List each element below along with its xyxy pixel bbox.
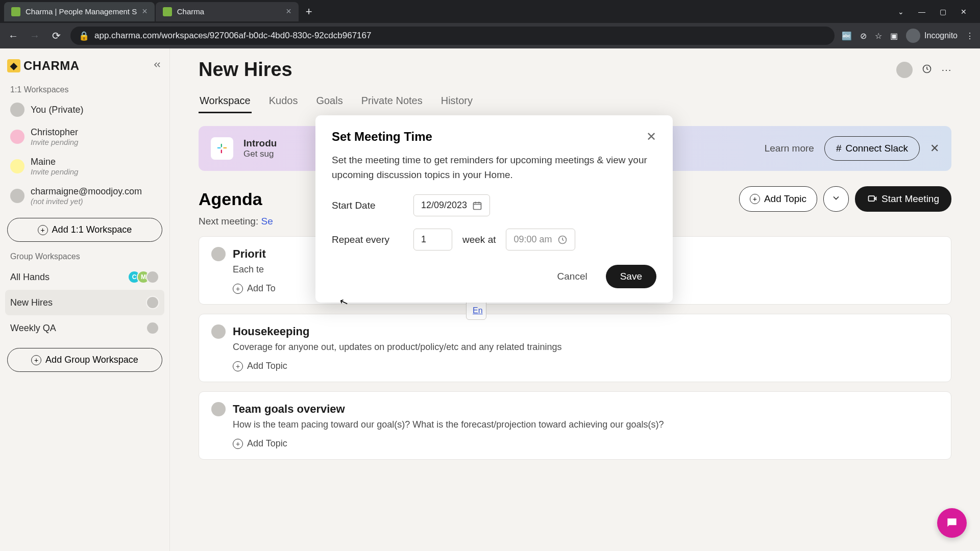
add-topic-inline[interactable]: + Add Topic xyxy=(233,361,939,371)
grp-name: New Hires xyxy=(10,297,53,308)
ws-sub: (not invited yet) xyxy=(31,197,142,206)
extensions-icon[interactable]: ⊘ xyxy=(860,31,867,41)
sidebar-group-new-hires[interactable]: New Hires xyxy=(5,290,164,315)
chat-icon xyxy=(945,516,959,530)
card-title: Priorit xyxy=(233,247,266,261)
add-topic-dropdown[interactable] xyxy=(823,186,849,212)
avatar xyxy=(10,159,24,173)
sidebar-item-maine[interactable]: Maine Invite pending xyxy=(5,152,164,181)
reload-button[interactable]: ⟳ xyxy=(49,29,63,43)
time-input[interactable]: 09:00 am xyxy=(506,229,575,251)
new-tab-button[interactable]: + xyxy=(300,5,318,18)
sidebar-item-charmaigne[interactable]: charmaigne@moodjoy.com (not invited yet) xyxy=(5,181,164,211)
tab-kudos[interactable]: Kudos xyxy=(268,90,299,113)
tab-workspace[interactable]: Workspace xyxy=(199,90,252,113)
connect-slack-button[interactable]: # Connect Slack xyxy=(824,136,920,161)
incognito-label: Incognito xyxy=(924,31,958,40)
start-date-input[interactable]: 12/09/2023 xyxy=(413,194,490,216)
group-avatars xyxy=(150,321,159,335)
plus-circle-icon: + xyxy=(38,225,48,235)
url-text: app.charma.com/workspaces/927006af-b0dc-… xyxy=(94,31,371,41)
panel-icon[interactable]: ▣ xyxy=(890,31,898,41)
time-value: 09:00 am xyxy=(513,234,552,245)
clock-icon xyxy=(557,235,568,245)
close-icon[interactable]: × xyxy=(142,6,148,17)
avatar xyxy=(211,247,226,261)
ws-name: You (Private) xyxy=(31,105,83,115)
browser-tab-0[interactable]: Charma | People Management S × xyxy=(4,2,155,21)
svg-rect-5 xyxy=(869,196,875,201)
logo[interactable]: ◆ CHARMA xyxy=(7,59,80,73)
learn-more-link[interactable]: Learn more xyxy=(765,143,814,154)
agenda-title: Agenda xyxy=(199,189,262,209)
browser-chrome: Charma | People Management S × Charma × … xyxy=(0,0,980,48)
group-avatars: C M xyxy=(132,270,159,284)
avatar xyxy=(146,321,159,335)
add-label: Add Topic xyxy=(247,438,287,449)
add-11-label: Add 1:1 Workspace xyxy=(52,224,132,235)
close-icon[interactable]: ✕ xyxy=(930,142,939,155)
set-meeting-link[interactable]: Se xyxy=(261,216,273,227)
translate-icon[interactable]: 🔤 xyxy=(842,31,852,41)
incognito-indicator[interactable]: Incognito xyxy=(906,29,958,43)
avatar[interactable] xyxy=(896,62,913,78)
back-button[interactable]: ← xyxy=(6,29,20,43)
add-label: Add To xyxy=(247,283,276,294)
more-icon[interactable]: ⋯ xyxy=(941,64,951,76)
minimize-icon[interactable]: — xyxy=(918,8,925,16)
plus-circle-icon: + xyxy=(750,194,760,204)
logo-mark-icon: ◆ xyxy=(7,59,20,72)
star-icon[interactable]: ☆ xyxy=(875,31,882,41)
clock-icon[interactable] xyxy=(922,64,932,76)
avatar xyxy=(211,324,226,339)
help-fab[interactable] xyxy=(937,508,967,538)
add-grp-label: Add Group Workspace xyxy=(45,355,138,365)
plus-circle-icon: + xyxy=(233,284,243,294)
sidebar-group-weekly-qa[interactable]: Weekly QA xyxy=(5,315,164,341)
sidebar-item-christopher[interactable]: Christopher Invite pending xyxy=(5,122,164,152)
page-tabs: Workspace Kudos Goals Private Notes Hist… xyxy=(199,90,951,114)
browser-tab-1[interactable]: Charma × xyxy=(156,2,299,21)
modal-title: Set Meeting Time xyxy=(332,130,432,144)
add-topic-inline[interactable]: + Add Topic xyxy=(233,438,939,449)
section-grp-label: Group Workspaces xyxy=(5,249,164,264)
favicon-icon xyxy=(11,7,20,16)
menu-icon[interactable]: ⋮ xyxy=(966,31,974,41)
svg-rect-1 xyxy=(217,147,221,148)
ws-sub: Invite pending xyxy=(31,138,78,146)
add-group-workspace-button[interactable]: + Add Group Workspace xyxy=(7,348,162,372)
tab-title: Charma | People Management S xyxy=(26,7,137,16)
grp-name: Weekly QA xyxy=(10,323,56,334)
avatar xyxy=(10,189,24,203)
repeat-value-input[interactable]: 1 xyxy=(413,229,452,251)
start-date-label: Start Date xyxy=(332,200,403,211)
slack-hash-icon: # xyxy=(836,143,842,154)
close-icon[interactable]: × xyxy=(286,6,291,17)
ws-name: Christopher xyxy=(31,127,78,138)
tab-private-notes[interactable]: Private Notes xyxy=(360,90,424,113)
svg-rect-4 xyxy=(221,149,222,153)
ws-name: charmaigne@moodjoy.com xyxy=(31,186,142,197)
close-icon[interactable]: ✕ xyxy=(646,130,656,144)
repeat-value: 1 xyxy=(421,234,426,245)
add-topic-button[interactable]: + Add Topic xyxy=(739,186,817,212)
collapse-sidebar-icon[interactable] xyxy=(152,60,162,72)
popover-line2[interactable]: En xyxy=(473,306,480,315)
start-meeting-button[interactable]: Start Meeting xyxy=(855,186,951,212)
logo-text: CHARMA xyxy=(23,59,80,73)
maximize-icon[interactable]: ▢ xyxy=(940,8,946,16)
tab-goals[interactable]: Goals xyxy=(315,90,344,113)
chevron-down-icon[interactable]: ⌄ xyxy=(898,8,904,16)
add-11-workspace-button[interactable]: + Add 1:1 Workspace xyxy=(7,218,162,242)
repeat-every-label: Repeat every xyxy=(332,234,403,245)
plus-circle-icon: + xyxy=(31,355,41,365)
window-controls: ⌄ — ▢ ✕ xyxy=(898,8,976,16)
close-window-icon[interactable]: ✕ xyxy=(961,8,967,16)
connect-label: Connect Slack xyxy=(845,143,908,154)
cancel-button[interactable]: Cancel xyxy=(548,266,597,287)
sidebar-group-all-hands[interactable]: All Hands C M xyxy=(5,264,164,290)
tab-history[interactable]: History xyxy=(440,90,474,113)
save-button[interactable]: Save xyxy=(606,265,656,288)
sidebar-item-you[interactable]: You (Private) xyxy=(5,97,164,122)
address-bar[interactable]: 🔒 app.charma.com/workspaces/927006af-b0d… xyxy=(70,27,835,45)
